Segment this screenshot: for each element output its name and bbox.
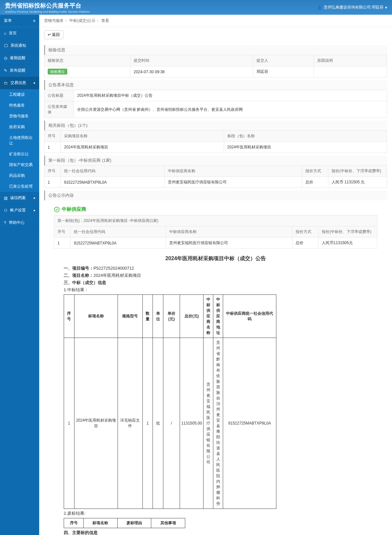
col-no: 序号 xyxy=(44,166,61,177)
supplier2-title: 第一标段(包)：2024年医用耗材采购项目 -中标供应商(1家) xyxy=(54,215,377,226)
platform-subtitle: GuiZhou Province Tendering and Bidding P… xyxy=(5,10,90,13)
cell-name: 贵州瓮安福民医疗供应链有限公司 xyxy=(166,238,292,249)
panel-title: 核验信息 xyxy=(44,45,387,55)
crumb-goods[interactable]: 货物与服务 xyxy=(44,18,64,23)
sidebar-label: 诚信档案 xyxy=(10,195,26,201)
sidebar-label: 交易信息 xyxy=(10,80,26,86)
panel-basic: 公告基本信息 公告标题2024年医用耗材采购项目中标（成交）公告 公告发布媒体全… xyxy=(44,80,387,118)
td: 详见响应文件 xyxy=(118,338,142,509)
page-header: 贵州省招标投标公共服务平台 GuiZhou Province Tendering… xyxy=(0,0,392,15)
expand-icon: ● xyxy=(33,81,35,85)
td: 1131505.00 xyxy=(180,338,203,509)
announcement-title: 2024年医用耗材采购项目中标（成交）公告 xyxy=(64,255,368,262)
result-table: 序号标项名称规格型号数量单位单价(元)总价(元)中标供应商名称中标供应商地址中标… xyxy=(64,294,276,509)
th: 标项名称 xyxy=(84,518,118,528)
sidebar-item-help[interactable]: ?帮助中心 xyxy=(0,217,39,229)
label-media: 公告发布媒体 xyxy=(44,101,74,118)
sidebar-label: 逾期提醒 xyxy=(10,55,25,61)
cell-time: 2024-07-30 09:38 xyxy=(130,66,253,77)
check-circle-icon xyxy=(54,207,60,212)
sub-item-special[interactable]: 特色服务 xyxy=(0,100,39,111)
sub-item-engineering[interactable]: 工程建设 xyxy=(0,89,39,100)
sub-item-goods[interactable]: 货物与服务 xyxy=(0,111,39,122)
col-reason: 原因说明 xyxy=(314,55,387,66)
sidebar-label: 系统通知 xyxy=(10,43,26,48)
col-code: 统一社会信用代码 xyxy=(71,226,166,238)
value-title: 2024年医用耗材采购项目中标（成交）公告 xyxy=(74,90,387,101)
breadcrumb: 货物与服务› 中标(成交)公示› 查看 xyxy=(39,15,392,27)
monitor-icon: 🖵 xyxy=(4,43,8,48)
void-table: 序号标项名称废标理由其他事项 xyxy=(64,518,185,528)
th: 规格型号 xyxy=(118,295,142,338)
label-projname: 二、项目名称： xyxy=(64,273,93,278)
sec3-1: 1.中标结果： xyxy=(64,287,368,293)
sidebar-item-account[interactable]: ⚇帐户设置● xyxy=(0,204,39,217)
menu-label: 菜单 xyxy=(4,18,12,24)
supplier2-table: 第一标段(包)：2024年医用耗材采购项目 -中标供应商(1家) 序号统一社会信… xyxy=(54,215,377,249)
crumb-view: 查看 xyxy=(101,18,109,23)
td: 1 xyxy=(142,338,153,509)
cell-no: 1 xyxy=(54,238,71,249)
value-projno: P5227252024000712 xyxy=(93,266,134,271)
sidebar-label: 帮助中心 xyxy=(9,220,24,226)
chevron-icon: ● xyxy=(33,209,35,212)
chevron-icon: ● xyxy=(33,196,35,200)
crumb-announce[interactable]: 中标(成交)公示 xyxy=(69,18,95,23)
sidebar: 菜单 ≡ ⌂首页 🖵系统通知 ◷逾期提醒 ✎发布提醒 🗀交易信息● 工程建设 特… xyxy=(0,15,39,535)
supplier1-table: 序号统一社会信用代码中标供应商名称报价方式报价(中标价、下浮率或费率) 1915… xyxy=(44,165,387,188)
sub-item-published[interactable]: 已发公告处理 xyxy=(0,181,39,192)
user-info[interactable]: 👤 贵州弘典建设咨询有限公司:邓廷容 ▾ xyxy=(317,5,387,10)
sidebar-item-publish[interactable]: ✎发布提醒 xyxy=(0,64,39,77)
td: 2024年医用耗材采购项目 xyxy=(74,338,118,509)
sub-item-mining[interactable]: 矿业权出让 xyxy=(0,149,39,159)
panel-related: 相关标段（包）(1个) 序号采购项目名称标段（包）名称 12024年医用耗材采购… xyxy=(44,121,387,153)
sidebar-item-credit[interactable]: ▤诚信档案● xyxy=(0,192,39,204)
td: / xyxy=(163,338,180,509)
td: 1 xyxy=(64,338,74,509)
clock-icon: ◷ xyxy=(4,56,7,60)
user-icon: 👤 xyxy=(317,5,322,10)
basic-table: 公告标题2024年医用耗材采购项目中标（成交）公告 公告发布媒体全国公共资源交易… xyxy=(44,90,387,118)
cell-price: 人民币1131505元 xyxy=(318,238,377,249)
th: 序号 xyxy=(64,518,84,528)
sidebar-item-notice[interactable]: 🖵系统通知 xyxy=(0,40,39,52)
cell-code: 91522725MABTXP9L0A xyxy=(71,238,166,249)
th: 标项名称 xyxy=(74,295,118,338)
th: 单价(元) xyxy=(163,295,180,338)
col-name: 中标供应商名称 xyxy=(166,226,292,238)
related-table: 序号采购项目名称标段（包）名称 12024年医用耗材采购项目2024年医用耗材采… xyxy=(44,130,387,153)
col-no: 序号 xyxy=(54,226,71,238)
back-label: 返回 xyxy=(52,32,60,37)
th: 废标理由 xyxy=(117,518,151,528)
col-status: 核验状态 xyxy=(44,55,130,66)
td: 贵州省黔南布依族苗族自治州瓮安县雍阳街道县人民医院内肿瘤科旁 xyxy=(213,338,223,509)
sidebar-item-home[interactable]: ⌂首页 xyxy=(0,27,39,40)
col-method: 报价方式 xyxy=(302,166,328,177)
sub-item-land[interactable]: 土地使用权出让 xyxy=(0,132,39,149)
col-price: 报价(中标价、下浮率或费率) xyxy=(328,166,387,177)
menu-collapse-icon[interactable]: ≡ xyxy=(33,19,35,23)
sub-item-property[interactable]: 国有产权交易 xyxy=(0,159,39,170)
sub-item-gov[interactable]: 政府采购 xyxy=(0,122,39,132)
sidebar-item-overdue[interactable]: ◷逾期提醒 xyxy=(0,52,39,64)
panel-title: 相关标段（包）(1个) xyxy=(44,121,387,130)
sec4: 四、主要标的信息 xyxy=(64,530,368,535)
panel-content: 公告公示内容 中标供应商 第一标段(包)：2024年医用耗材采购项目 -中标供应… xyxy=(44,191,387,535)
th: 中标供应商名称 xyxy=(204,295,213,338)
cell-reason xyxy=(314,66,387,77)
sub-item-medicine[interactable]: 药品采购 xyxy=(0,170,39,181)
cell-method: 总价 xyxy=(292,238,318,249)
menu-header: 菜单 ≡ xyxy=(0,15,39,27)
sidebar-label: 首页 xyxy=(9,30,17,36)
sidebar-label: 发布提醒 xyxy=(10,68,25,73)
supplier-header: 中标供应商 xyxy=(54,204,377,215)
sec3-2: 2.废标结果: xyxy=(64,510,368,516)
label-title: 公告标题 xyxy=(44,90,74,101)
panel-title: 第一标段（包）-中标供应商 (1家) xyxy=(44,156,387,165)
back-button[interactable]: ↩ 返回 xyxy=(44,30,63,39)
sidebar-item-trade[interactable]: 🗀交易信息● xyxy=(0,77,39,89)
user-icon: ⚇ xyxy=(4,208,8,213)
col-name: 中标供应商名称 xyxy=(164,166,302,177)
col-price: 报价(中标价、下浮率或费率) xyxy=(318,226,377,238)
panel-title: 公告公示内容 xyxy=(44,191,387,200)
